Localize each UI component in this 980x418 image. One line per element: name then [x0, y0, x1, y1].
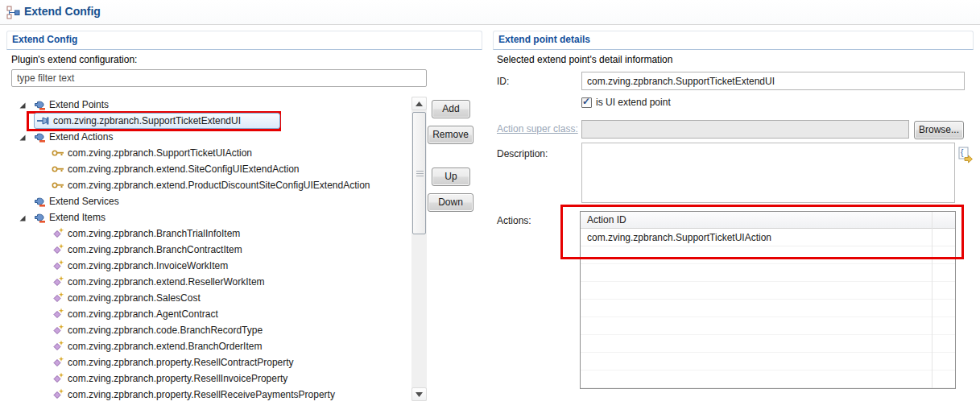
actions-table-empty-row: [581, 335, 955, 353]
item-icon: [52, 292, 64, 304]
category-icon: [33, 195, 46, 208]
is-ui-extend-point-label: is UI extend point: [596, 97, 671, 108]
tree-item[interactable]: com.zving.zpbranch.SalesCost: [6, 290, 411, 306]
tree-item-label: com.zving.zpbranch.SalesCost: [68, 290, 201, 306]
add-button[interactable]: Add: [432, 100, 470, 118]
page-title: Extend Config: [24, 5, 101, 18]
down-button[interactable]: Down: [428, 193, 473, 212]
actions-table-empty-row: [581, 282, 955, 300]
filter-input[interactable]: [11, 69, 427, 87]
tree-item-label: com.zving.zpbranch.property.ResellContra…: [68, 354, 294, 370]
left-section-titlebar: Extend Config: [6, 31, 482, 50]
tree-item-label: com.zving.zpbranch.AgentContract: [68, 306, 218, 322]
actions-label: Actions:: [497, 215, 531, 226]
left-section-title: Extend Config: [7, 31, 482, 48]
left-section-subtitle: Plugin's extend configuration:: [11, 54, 137, 65]
tree-item[interactable]: com.zving.zpbranch.property.ResellContra…: [6, 354, 411, 370]
scroll-up-button[interactable]: [411, 97, 427, 110]
check-icon: ✓: [582, 96, 590, 107]
tree-item-label: com.zving.zpbranch.BranchTrialInfoItem: [68, 226, 240, 242]
tree-item[interactable]: com.zving.zpbranch.extend.BranchOrderIte…: [6, 338, 411, 354]
expanded-triangle-icon[interactable]: [19, 133, 27, 141]
tree-item-label: Extend Services: [49, 193, 119, 209]
tree-item[interactable]: Extend Items: [6, 209, 411, 226]
description-label: Description:: [497, 148, 548, 159]
tree-item-label: com.zving.zpbranch.BranchContractItem: [68, 242, 242, 258]
tree-item[interactable]: Extend Services: [6, 193, 411, 209]
tree-item-label: com.zving.zpbranch.InvoiceWorkItem: [68, 258, 228, 274]
category-icon: [33, 130, 46, 143]
tree-item[interactable]: com.zving.zpbranch.property.ResellReceiv…: [6, 387, 411, 403]
action-icon: [52, 179, 64, 192]
item-icon: [52, 227, 64, 240]
page-header: Extend Config: [0, 0, 980, 25]
tree-item-label: com.zving.zpbranch.code.BranchRecordType: [68, 322, 263, 338]
item-icon: [52, 324, 64, 337]
annotation-box-actions-table: [560, 205, 964, 259]
point-icon: [37, 114, 50, 127]
item-icon: [52, 356, 64, 369]
action-icon: [52, 163, 64, 176]
scroll-down-button[interactable]: [411, 387, 427, 401]
tree-item[interactable]: Extend Points: [6, 97, 411, 113]
tree-item[interactable]: com.zving.zpbranch.SupportTicketExtendUI: [6, 113, 411, 129]
actions-table-empty-row: [581, 264, 955, 282]
item-icon: [52, 275, 64, 288]
tree-item[interactable]: com.zving.zpbranch.BranchContractItem: [6, 242, 411, 258]
action-icon: [52, 147, 64, 159]
tree-item[interactable]: com.zving.zpbranch.BranchTrialInfoItem: [6, 226, 411, 242]
tree-item-label: com.zving.zpbranch.SupportTicketExtendUI: [53, 113, 241, 129]
tree-item[interactable]: com.zving.zpbranch.AgentContract: [6, 306, 411, 322]
action-super-class-input: [581, 120, 909, 139]
tree-item[interactable]: com.zving.zpbranch.InvoiceWorkItem: [6, 258, 411, 274]
right-section-title: Extend point details: [494, 31, 973, 48]
actions-table-empty-row: [581, 370, 955, 388]
category-icon: [33, 211, 46, 224]
extend-tree[interactable]: Extend Pointscom.zving.zpbranch.SupportT…: [6, 97, 411, 404]
tree-item-label: Extend Actions: [49, 129, 113, 145]
item-icon: [52, 388, 64, 401]
tree-item-label: com.zving.zpbranch.property.ResellReceiv…: [68, 387, 335, 403]
is-ui-extend-point-checkbox[interactable]: ✓: [581, 97, 592, 108]
item-icon: [52, 243, 64, 256]
tree-item[interactable]: com.zving.zpbranch.extend.ProductDiscoun…: [6, 177, 411, 193]
right-section-subtitle: Selected extend point's detail informati…: [497, 54, 672, 65]
id-label: ID:: [497, 76, 509, 87]
tree-item-label: com.zving.zpbranch.extend.BranchOrderIte…: [68, 338, 262, 354]
tree-scrollbar[interactable]: [411, 97, 427, 401]
tree-item-label: Extend Points: [49, 97, 109, 113]
browse-button[interactable]: Browse...: [914, 121, 964, 139]
item-icon: [52, 372, 64, 385]
tree-item[interactable]: com.zving.zpbranch.code.BranchRecordType: [6, 322, 411, 338]
scrollbar-gripper-icon: [416, 171, 424, 177]
category-icon: [33, 98, 46, 111]
actions-table-empty-row: [581, 317, 955, 335]
tree-item[interactable]: com.zving.zpbranch.property.ResellInvoic…: [6, 370, 411, 387]
item-icon: [52, 259, 64, 272]
extensions-diagram-icon: [6, 6, 20, 19]
tree-item[interactable]: Extend Actions: [6, 129, 411, 145]
tree-item-label: com.zving.zpbranch.extend.SiteConfigUIEx…: [68, 161, 300, 177]
tree-item-label: Extend Items: [49, 209, 105, 226]
tree-item[interactable]: com.zving.zpbranch.extend.ResellerWorkIt…: [6, 274, 411, 290]
tree-item[interactable]: com.zving.zpbranch.extend.SiteConfigUIEx…: [6, 161, 411, 177]
id-input[interactable]: [581, 72, 965, 90]
content-assist-icon[interactable]: {: [958, 147, 974, 163]
tree-item-label: com.zving.zpbranch.property.ResellInvoic…: [68, 370, 287, 387]
remove-button[interactable]: Remove: [428, 126, 473, 144]
expanded-triangle-icon[interactable]: [19, 101, 27, 109]
action-super-class-link: Action super class:: [497, 123, 578, 135]
description-textarea[interactable]: [581, 143, 955, 203]
tree-item-label: com.zving.zpbranch.extend.ProductDiscoun…: [68, 177, 370, 193]
tree-item[interactable]: com.zving.zpbranch.SupportTicketUIAction: [6, 145, 411, 161]
tree-item-label: com.zving.zpbranch.SupportTicketUIAction: [68, 145, 252, 161]
tree-item-label: com.zving.zpbranch.extend.ResellerWorkIt…: [68, 274, 265, 290]
actions-table-empty-row: [581, 300, 955, 317]
extend-config-editor: Extend Config Extend Config Plugin's ext…: [0, 0, 980, 418]
expanded-triangle-icon[interactable]: [19, 213, 27, 221]
up-button[interactable]: Up: [432, 168, 470, 186]
item-icon: [52, 308, 64, 321]
scrollbar-thumb[interactable]: [412, 112, 426, 234]
item-icon: [52, 340, 64, 353]
right-section-titlebar: Extend point details: [493, 31, 974, 50]
